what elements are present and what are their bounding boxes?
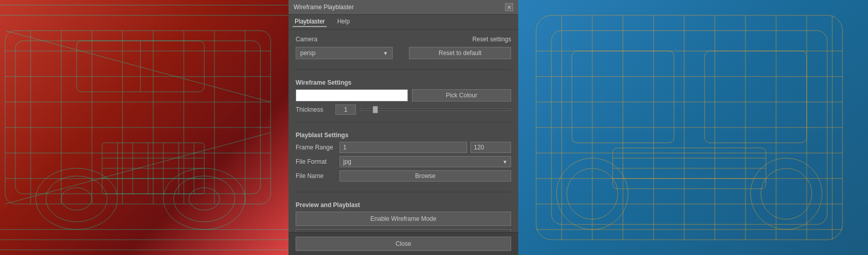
thickness-label: Thickness bbox=[296, 106, 331, 113]
preview-title: Preview and Playblast bbox=[296, 201, 511, 209]
file-format-row: File Format jpg ▼ bbox=[296, 156, 511, 167]
dialog-menubar: Playblaster Help bbox=[288, 15, 518, 30]
svg-point-20 bbox=[61, 188, 92, 210]
thickness-slider[interactable] bbox=[360, 109, 511, 111]
frame-end-input[interactable] bbox=[470, 142, 511, 153]
camera-label: Camera bbox=[296, 36, 318, 43]
dialog-title: Wireframe Playblaster bbox=[294, 4, 354, 11]
reset-to-default-button[interactable]: Reset to default bbox=[409, 47, 511, 59]
menu-help[interactable]: Help bbox=[335, 17, 352, 27]
dialog-titlebar: Wireframe Playblaster ✕ bbox=[288, 0, 518, 15]
camera-section: Camera Reset settings persp ▼ Reset to d… bbox=[296, 36, 511, 62]
wireframe-settings-section: Wireframe Settings Pick Colour Thickness bbox=[296, 79, 511, 115]
separator-3 bbox=[296, 192, 511, 192]
file-name-row: File Name Browse bbox=[296, 170, 511, 182]
file-name-label: File Name bbox=[296, 172, 336, 180]
svg-rect-1 bbox=[15, 41, 260, 194]
separator-2 bbox=[296, 122, 511, 122]
playblast-settings-section: Playblast Settings Frame Range File Form… bbox=[296, 132, 511, 185]
wireframe-settings-title: Wireframe Settings bbox=[296, 79, 511, 86]
svg-rect-67 bbox=[705, 51, 807, 143]
browse-button[interactable]: Browse bbox=[340, 170, 511, 182]
menu-playblaster[interactable]: Playblaster bbox=[293, 17, 327, 27]
playblast-settings-title: Playblast Settings bbox=[296, 132, 511, 139]
svg-point-18 bbox=[36, 168, 117, 230]
file-format-value: jpg bbox=[343, 158, 351, 165]
svg-rect-0 bbox=[5, 31, 271, 204]
chevron-down-icon-2: ▼ bbox=[502, 159, 508, 165]
camera-value: persp bbox=[300, 49, 316, 57]
svg-line-16 bbox=[5, 31, 271, 102]
close-window-button[interactable]: ✕ bbox=[505, 3, 513, 11]
colour-row: Pick Colour bbox=[296, 89, 511, 101]
dialog-footer: Close bbox=[288, 232, 518, 255]
camera-dropdown[interactable]: persp ▼ bbox=[296, 47, 393, 59]
frame-start-input[interactable] bbox=[340, 142, 467, 153]
reset-settings-label: Reset settings bbox=[472, 36, 511, 43]
file-format-label: File Format bbox=[296, 158, 336, 165]
wireframe-playblaster-dialog: Wireframe Playblaster ✕ Playblaster Help… bbox=[288, 0, 518, 255]
colour-swatch[interactable] bbox=[296, 89, 408, 101]
preview-section: Preview and Playblast Enable Wireframe M… bbox=[296, 201, 511, 232]
separator-1 bbox=[296, 69, 511, 70]
pick-colour-button[interactable]: Pick Colour bbox=[412, 89, 511, 101]
svg-point-73 bbox=[761, 168, 812, 219]
frame-range-row: Frame Range bbox=[296, 142, 511, 153]
svg-point-72 bbox=[751, 158, 822, 230]
file-format-dropdown[interactable]: jpg ▼ bbox=[340, 156, 511, 167]
left-background bbox=[0, 0, 288, 255]
thickness-row: Thickness bbox=[296, 105, 511, 115]
enable-wireframe-button[interactable]: Enable Wireframe Mode bbox=[296, 212, 511, 226]
right-background bbox=[511, 0, 868, 255]
close-icon: ✕ bbox=[507, 5, 511, 10]
thickness-input[interactable] bbox=[335, 105, 356, 115]
dialog-body: Camera Reset settings persp ▼ Reset to d… bbox=[288, 30, 518, 232]
frame-range-label: Frame Range bbox=[296, 144, 336, 151]
close-dialog-button[interactable]: Close bbox=[296, 237, 511, 251]
svg-point-19 bbox=[46, 176, 107, 222]
chevron-down-icon: ▼ bbox=[383, 50, 388, 56]
slider-thumb bbox=[373, 106, 378, 113]
